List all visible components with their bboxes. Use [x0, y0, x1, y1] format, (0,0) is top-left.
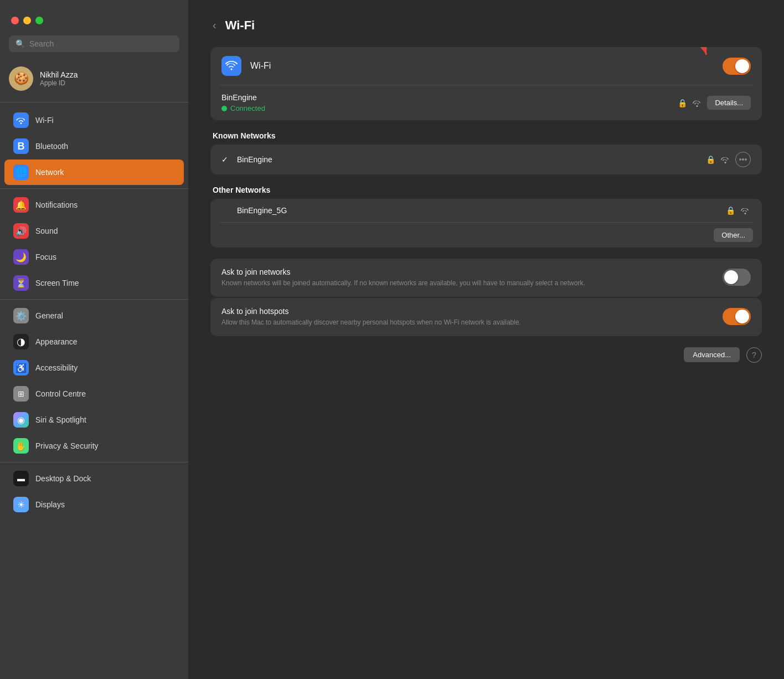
ask-join-networks-row: Ask to join networks Known networks will… — [221, 268, 751, 288]
sidebar-item-screentime-label: Screen Time — [35, 279, 79, 287]
sidebar-item-notifications-label: Notifications — [35, 200, 78, 209]
user-profile[interactable]: 🍪 Nikhil Azza Apple ID — [0, 61, 188, 100]
ask-join-hotspots-card: Ask to join hotspots Allow this Mac to a… — [210, 298, 762, 336]
sidebar-item-appearance[interactable]: ◑ Appearance — [4, 329, 184, 354]
connected-network-name: BinEngine — [221, 93, 671, 102]
accessibility-icon: ♿ — [13, 360, 29, 375]
other-network-icons: 🔒 — [726, 206, 751, 215]
sidebar-item-sound[interactable]: 🔊 Sound — [4, 218, 184, 244]
search-icon: 🔍 — [16, 39, 25, 48]
more-options-button[interactable]: ••• — [735, 152, 751, 167]
sidebar-divider — [0, 102, 188, 102]
sidebar-item-general-label: General — [35, 311, 63, 320]
connected-status: Connected — [230, 104, 265, 112]
ask-join-hotspots-title: Ask to join hotspots — [221, 307, 714, 316]
wifi-toggle-knob — [735, 59, 749, 73]
ask-join-toggle[interactable] — [723, 269, 751, 286]
ask-hotspot-toggle[interactable] — [723, 308, 751, 325]
bluetooth-icon: B — [13, 138, 29, 154]
wifi-icon-large — [221, 56, 241, 76]
desktop-icon: ▬ — [13, 471, 29, 486]
sidebar-item-siri[interactable]: ◉ Siri & Spotlight — [4, 407, 184, 433]
other-btn-row: Other... — [210, 223, 762, 248]
sidebar-item-screentime[interactable]: ⏳ Screen Time — [4, 270, 184, 296]
siri-icon: ◉ — [13, 412, 29, 428]
back-button[interactable]: ‹ — [210, 17, 219, 34]
search-placeholder: Search — [29, 39, 54, 48]
maximize-button[interactable] — [35, 17, 43, 24]
details-button[interactable]: Details... — [707, 96, 751, 110]
sidebar-item-network-label: Network — [35, 168, 64, 177]
sidebar-item-bluetooth-label: Bluetooth — [35, 142, 68, 151]
lock-icon: 🔒 — [678, 99, 687, 107]
close-button[interactable] — [11, 17, 19, 24]
wifi-main-label: Wi-Fi — [250, 61, 714, 71]
sidebar-item-focus[interactable]: 🌙 Focus — [4, 244, 184, 270]
ask-join-networks-card: Ask to join networks Known networks will… — [210, 259, 762, 297]
user-info: Nikhil Azza Apple ID — [40, 70, 78, 87]
sidebar-item-sound-label: Sound — [35, 227, 58, 235]
sidebar-item-network[interactable]: 🌐 Network — [4, 160, 184, 185]
ask-join-toggle-knob — [724, 270, 738, 284]
known-network-icons: 🔒 ••• — [706, 152, 751, 167]
known-networks-section: Known Networks ✓ BinEngine 🔒 ••• — [210, 131, 762, 174]
ask-join-hotspots-info: Ask to join hotspots Allow this Mac to a… — [221, 307, 714, 327]
main-content: ‹ Wi-Fi Wi-Fi — [188, 0, 784, 679]
ask-join-networks-info: Ask to join networks Known networks will… — [221, 268, 714, 288]
sidebar-item-accessibility-label: Accessibility — [35, 363, 78, 372]
sidebar-item-desktop[interactable]: ▬ Desktop & Dock — [4, 466, 184, 491]
help-button[interactable]: ? — [746, 347, 762, 363]
sidebar-item-privacy[interactable]: ✋ Privacy & Security — [4, 433, 184, 459]
network-icons: 🔒 Details... — [678, 96, 751, 110]
checkmark-icon: ✓ — [221, 155, 230, 164]
sidebar-divider-4 — [0, 462, 188, 462]
other-network-name: BinEngine_5G — [237, 206, 719, 215]
sidebar-item-wifi-label: Wi-Fi — [35, 116, 54, 125]
other-networks-button[interactable]: Other... — [714, 228, 753, 242]
network-icon: 🌐 — [13, 164, 29, 180]
avatar-emoji: 🍪 — [14, 71, 29, 86]
window-controls — [0, 11, 188, 35]
appearance-icon: ◑ — [13, 334, 29, 349]
avatar: 🍪 — [9, 66, 33, 91]
sidebar-item-bluetooth[interactable]: B Bluetooth — [4, 133, 184, 159]
sidebar-item-accessibility[interactable]: ♿ Accessibility — [4, 355, 184, 380]
user-name: Nikhil Azza — [40, 70, 78, 79]
other-networks-section: Other Networks BinEngine_5G 🔒 Other... — [210, 186, 762, 248]
sidebar: 🔍 Search 🍪 Nikhil Azza Apple ID Wi-Fi B … — [0, 0, 188, 679]
lock-icon-other: 🔒 — [726, 206, 735, 215]
sidebar-item-desktop-label: Desktop & Dock — [35, 474, 91, 483]
privacy-icon: ✋ — [13, 438, 29, 454]
sidebar-divider-3 — [0, 299, 188, 300]
sidebar-item-displays-label: Displays — [35, 500, 65, 509]
sidebar-item-notifications[interactable]: 🔔 Notifications — [4, 192, 184, 218]
displays-icon: ☀ — [13, 497, 29, 512]
sidebar-item-appearance-label: Appearance — [35, 337, 78, 346]
wifi-signal-icon — [692, 99, 703, 107]
sidebar-item-wifi[interactable]: Wi-Fi — [4, 107, 184, 133]
known-networks-title: Known Networks — [210, 131, 762, 140]
known-network-item[interactable]: ✓ BinEngine 🔒 ••• — [210, 145, 762, 174]
sidebar-list: Wi-Fi B Bluetooth 🌐 Network 🔔 Notificati… — [0, 105, 188, 679]
search-box[interactable]: 🔍 Search — [9, 35, 179, 52]
other-networks-title: Other Networks — [210, 186, 762, 194]
page-header: ‹ Wi-Fi — [210, 17, 762, 34]
sidebar-item-controlcentre[interactable]: ⊞ Control Centre — [4, 381, 184, 407]
sidebar-item-focus-label: Focus — [35, 253, 56, 261]
sidebar-item-siri-label: Siri & Spotlight — [35, 415, 86, 424]
lock-icon-known: 🔒 — [706, 155, 715, 164]
minimize-button[interactable] — [23, 17, 31, 24]
sidebar-item-displays[interactable]: ☀ Displays — [4, 492, 184, 517]
wifi-toggle[interactable] — [723, 58, 751, 75]
ask-join-hotspots-row: Ask to join hotspots Allow this Mac to a… — [221, 307, 751, 327]
user-subtitle: Apple ID — [40, 79, 78, 87]
page-title: Wi-Fi — [225, 18, 255, 33]
ask-hotspot-toggle-knob — [735, 310, 749, 323]
wifi-signal-icon-other — [740, 206, 751, 215]
advanced-button[interactable]: Advanced... — [684, 347, 740, 362]
other-network-item[interactable]: BinEngine_5G 🔒 — [210, 199, 762, 222]
ask-join-hotspots-desc: Allow this Mac to automatically discover… — [221, 318, 714, 327]
ask-join-networks-title: Ask to join networks — [221, 268, 714, 276]
wifi-signal-icon-known — [720, 155, 731, 164]
sidebar-item-general[interactable]: ⚙️ General — [4, 303, 184, 328]
